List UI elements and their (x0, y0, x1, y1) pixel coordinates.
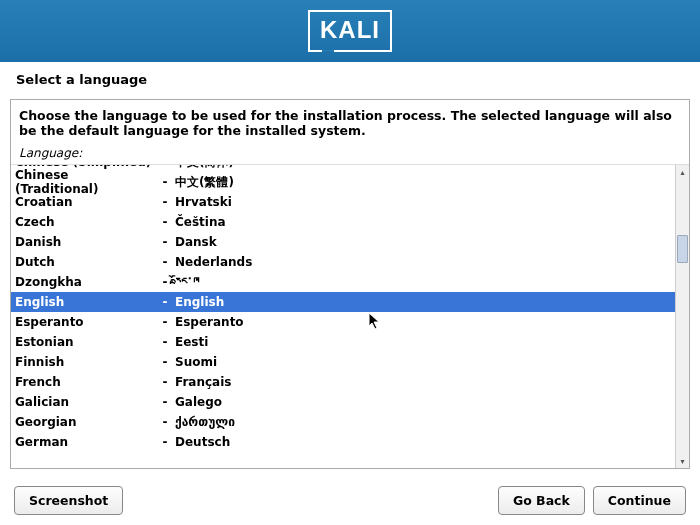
dash: - (155, 335, 175, 349)
dash: - (155, 355, 175, 369)
language-row[interactable]: Danish-Dansk (11, 232, 675, 252)
content-panel: Choose the language to be used for the i… (10, 99, 690, 469)
language-name: French (15, 375, 155, 389)
scroll-up-button[interactable]: ▴ (676, 165, 689, 179)
language-name: Esperanto (15, 315, 155, 329)
language-name: Danish (15, 235, 155, 249)
dash: - (155, 165, 175, 169)
language-list-container: Chinese (Simplified)-中文(简体)Chinese (Trad… (11, 164, 689, 468)
language-native: 中文(简体) (175, 165, 671, 171)
footer-buttons: Screenshot Go Back Continue (0, 486, 700, 515)
language-list[interactable]: Chinese (Simplified)-中文(简体)Chinese (Trad… (11, 165, 675, 468)
scroll-thumb[interactable] (677, 235, 688, 263)
language-label: Language: (11, 142, 689, 164)
language-native: Eesti (175, 335, 671, 349)
screenshot-button[interactable]: Screenshot (14, 486, 123, 515)
language-native: English (175, 295, 671, 309)
language-native: Suomi (175, 355, 671, 369)
language-native: རྫོང་ཁ (175, 275, 671, 289)
language-native: Français (175, 375, 671, 389)
scrollbar[interactable]: ▴ ▾ (675, 165, 689, 468)
kali-logo: KALI (308, 10, 392, 52)
kali-logo-text: KALI (320, 16, 380, 43)
language-row[interactable]: Finnish-Suomi (11, 352, 675, 372)
language-row[interactable]: Dzongkha-རྫོང་ཁ (11, 272, 675, 292)
language-name: Dutch (15, 255, 155, 269)
language-native: Nederlands (175, 255, 671, 269)
language-row[interactable]: Dutch-Nederlands (11, 252, 675, 272)
dash: - (155, 255, 175, 269)
language-row[interactable]: German-Deutsch (11, 432, 675, 452)
language-name: Georgian (15, 415, 155, 429)
page-title: Select a language (0, 62, 700, 93)
dash: - (155, 275, 175, 289)
language-row[interactable]: Czech-Čeština (11, 212, 675, 232)
header-banner: KALI (0, 0, 700, 62)
dash: - (155, 195, 175, 209)
language-native: Dansk (175, 235, 671, 249)
dash: - (155, 235, 175, 249)
language-name: Czech (15, 215, 155, 229)
dash: - (155, 215, 175, 229)
language-row[interactable]: Esperanto-Esperanto (11, 312, 675, 332)
language-name: Estonian (15, 335, 155, 349)
language-row[interactable]: English-English (11, 292, 675, 312)
language-row[interactable]: Chinese (Traditional)-中文(繁體) (11, 172, 675, 192)
dash: - (155, 395, 175, 409)
language-native: ქართული (175, 415, 671, 429)
language-name: Croatian (15, 195, 155, 209)
language-name: English (15, 295, 155, 309)
dash: - (155, 175, 175, 189)
language-native: Čeština (175, 215, 671, 229)
language-native: Esperanto (175, 315, 671, 329)
continue-button[interactable]: Continue (593, 486, 686, 515)
language-name: Finnish (15, 355, 155, 369)
language-row[interactable]: Croatian-Hrvatski (11, 192, 675, 212)
language-row[interactable]: Galician-Galego (11, 392, 675, 412)
language-name: Galician (15, 395, 155, 409)
dash: - (155, 315, 175, 329)
language-native: Galego (175, 395, 671, 409)
description-text: Choose the language to be used for the i… (11, 100, 689, 142)
language-native: 中文(繁體) (175, 174, 671, 191)
language-row[interactable]: French-Français (11, 372, 675, 392)
language-name: Chinese (Traditional) (15, 168, 155, 196)
language-row[interactable]: Estonian-Eesti (11, 332, 675, 352)
language-name: German (15, 435, 155, 449)
language-row[interactable]: Georgian-ქართული (11, 412, 675, 432)
dash: - (155, 375, 175, 389)
language-name: Dzongkha (15, 275, 155, 289)
go-back-button[interactable]: Go Back (498, 486, 585, 515)
language-native: Hrvatski (175, 195, 671, 209)
scroll-down-button[interactable]: ▾ (676, 454, 689, 468)
dash: - (155, 435, 175, 449)
language-native: Deutsch (175, 435, 671, 449)
dash: - (155, 295, 175, 309)
dash: - (155, 415, 175, 429)
